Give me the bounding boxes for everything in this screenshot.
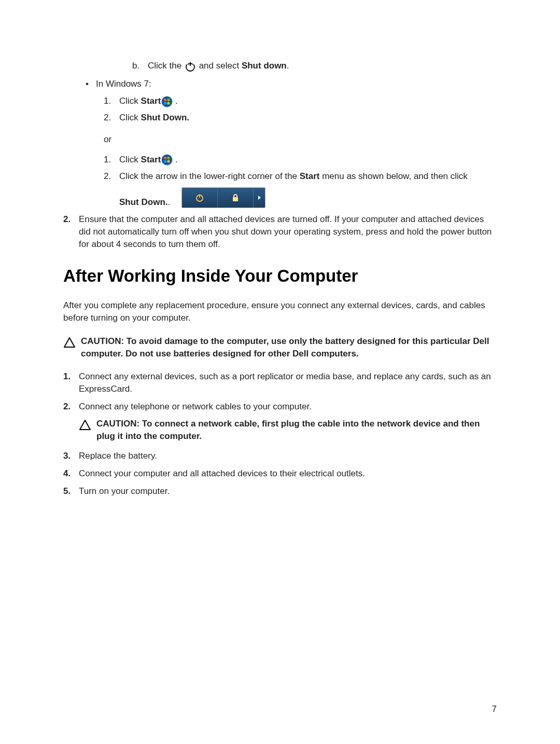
win7-b-step2: 2. Click the arrow in the lower-right co… — [104, 170, 497, 183]
win7-a-step1-text: Click Start . — [119, 95, 178, 107]
chevron-right-icon — [258, 196, 261, 200]
page-number: 7 — [492, 703, 497, 715]
outer-step-2-num: 2. — [63, 213, 79, 250]
after-step-2: 2. Connect any telephone or network cabl… — [63, 401, 497, 413]
after-step-4: 4. Connect your computer and all attache… — [63, 467, 497, 480]
caution-1: CAUTION: To avoid damage to the computer… — [63, 335, 497, 360]
win7-a-step1-post: . — [173, 96, 177, 106]
windows-start-orb-icon — [161, 154, 173, 166]
svg-point-8 — [162, 155, 173, 166]
or-text: or — [104, 133, 497, 146]
after-step-1-num: 1. — [63, 370, 79, 395]
bullet-windows7: • In Windows 7: — [86, 78, 497, 90]
win-bar-arrow-icon — [254, 188, 265, 208]
intro-paragraph: After you complete any replacement proce… — [63, 299, 497, 324]
outer-step-2: 2. Ensure that the computer and all atta… — [63, 213, 497, 250]
win7-b-step2-bold: Start — [300, 171, 320, 181]
after-step-5: 5. Turn on your computer. — [63, 485, 497, 498]
win7-b-step1-text: Click Start . — [119, 154, 178, 166]
svg-rect-10 — [164, 157, 166, 159]
shutdown-row: Shut Down.. — [119, 187, 497, 208]
windows-shutdown-bar-icon — [181, 187, 265, 208]
after-step-5-text: Turn on your computer. — [79, 485, 497, 498]
svg-rect-13 — [167, 160, 170, 163]
win7-a-step2-num: 2. — [104, 112, 119, 124]
substep-b-target: Shut down — [242, 61, 287, 71]
shutdown-tail: . — [167, 197, 170, 207]
svg-rect-12 — [164, 160, 166, 163]
substep-b-text: Click the and select Shut down. — [148, 60, 289, 73]
svg-rect-6 — [164, 102, 166, 104]
win7-a-step2-text: Click Shut Down. — [119, 112, 189, 124]
win7-a-step1: 1. Click Start . — [104, 95, 497, 107]
win7-b-step1-num: 1. — [104, 154, 119, 166]
bullet-windows7-text: In Windows 7: — [96, 78, 151, 90]
svg-rect-16 — [233, 197, 238, 201]
after-step-1-text: Connect any external devices, such as a … — [79, 370, 497, 395]
after-step-3: 3. Replace the battery. — [63, 450, 497, 462]
section-heading: After Working Inside Your Computer — [63, 264, 497, 288]
page-root: b. Click the and select Shut down. • In … — [0, 0, 560, 744]
substep-b-letter: b. — [132, 60, 148, 72]
win7-a-step1-num: 1. — [104, 95, 119, 107]
caution-2: CAUTION: To connect a network cable, fir… — [79, 418, 497, 443]
win7-a-step1-pre: Click — [119, 96, 141, 106]
caution-triangle-icon — [63, 335, 76, 360]
caution-1-text: CAUTION: To avoid damage to the computer… — [81, 335, 497, 360]
svg-point-2 — [162, 96, 173, 107]
power-outline-icon — [184, 60, 197, 73]
after-step-4-num: 4. — [63, 467, 79, 480]
after-step-5-num: 5. — [63, 485, 79, 498]
win7-b-step2-pre: Click the arrow in the lower-right corne… — [119, 171, 300, 181]
win-bar-lock-icon — [218, 188, 254, 208]
shutdown-label: Shut Down.. — [119, 196, 170, 209]
win7-a-step1-target: Start — [141, 96, 161, 106]
outer-step-2-text: Ensure that the computer and all attache… — [79, 213, 497, 250]
substep-b: b. Click the and select Shut down. — [132, 60, 497, 73]
after-step-2-text: Connect any telephone or network cables … — [79, 401, 497, 413]
win7-b-step1-target: Start — [141, 155, 161, 164]
win7-a-step2-target: Shut Down. — [141, 113, 189, 122]
win7-b-step1-post: . — [173, 155, 177, 164]
caution-2-text: CAUTION: To connect a network cable, fir… — [96, 418, 497, 443]
after-step-4-text: Connect your computer and all attached d… — [79, 467, 497, 480]
win7-b-step1: 1. Click Start . — [104, 154, 497, 166]
win-bar-power-icon — [182, 188, 218, 208]
svg-rect-7 — [167, 102, 170, 104]
substep-b-post: and select — [199, 61, 242, 71]
bullet-dot-icon: • — [86, 78, 96, 90]
substep-b-tail: . — [287, 61, 289, 71]
after-step-2-num: 2. — [63, 401, 79, 413]
windows-start-orb-icon — [161, 96, 173, 107]
win7-b-step1-pre: Click — [119, 155, 141, 164]
shutdown-bold: Shut Down. — [119, 197, 167, 207]
win7-b-step2-text: Click the arrow in the lower-right corne… — [119, 170, 497, 183]
after-step-3-text: Replace the battery. — [79, 450, 497, 462]
win7-b-step2-num: 2. — [104, 170, 119, 183]
after-step-3-num: 3. — [63, 450, 79, 462]
win7-b-step2-post: menu as shown below, and then click — [319, 171, 467, 181]
win7-a-step2-pre: Click — [119, 113, 141, 122]
after-step-1: 1. Connect any external devices, such as… — [63, 370, 497, 395]
caution-triangle-icon — [79, 418, 91, 443]
svg-rect-11 — [167, 157, 170, 159]
svg-rect-4 — [164, 99, 166, 101]
win7-a-step2: 2. Click Shut Down. — [104, 112, 497, 124]
svg-rect-5 — [167, 99, 170, 101]
substep-b-pre: Click the — [148, 61, 184, 71]
